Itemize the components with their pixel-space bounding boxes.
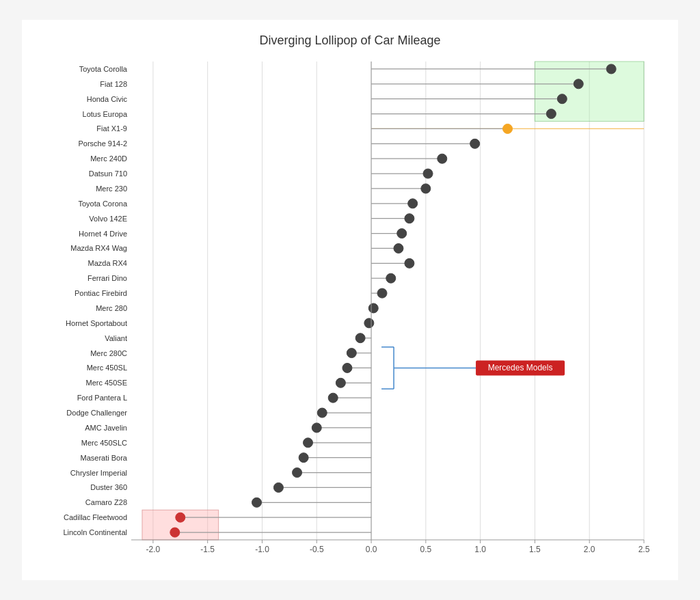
svg-point-53 [397,229,407,238]
svg-text:Fiat X1-9: Fiat X1-9 [96,124,127,133]
svg-point-38 [438,154,447,163]
svg-text:AMC Javelin: AMC Javelin [85,424,127,432]
svg-text:2.0: 2.0 [584,545,595,554]
svg-point-104 [273,482,283,492]
svg-point-80 [342,363,352,372]
svg-point-50 [405,214,414,223]
svg-text:Toyota Corona: Toyota Corona [78,200,127,208]
svg-text:Merc 240D: Merc 240D [90,154,127,163]
svg-point-74 [355,333,365,343]
svg-text:Volvo 142E: Volvo 142E [89,215,127,223]
svg-text:-1.0: -1.0 [255,545,269,554]
svg-point-89 [317,408,327,418]
svg-text:Hornet Sportabout: Hornet Sportabout [66,319,127,327]
svg-text:Toyota Corolla: Toyota Corolla [79,65,128,73]
svg-point-41 [423,169,433,178]
svg-text:Mazda RX4 Wag: Mazda RX4 Wag [70,244,127,252]
svg-point-62 [386,273,396,283]
svg-text:Maserati Bora: Maserati Bora [81,454,128,462]
svg-point-95 [304,438,313,448]
svg-text:2.5: 2.5 [638,545,650,554]
svg-text:Ford Pantera L: Ford Pantera L [77,394,127,402]
svg-text:Honda Civic: Honda Civic [87,95,128,103]
svg-text:-2.0: -2.0 [146,545,161,554]
svg-text:Dodge Challenger: Dodge Challenger [66,409,127,417]
svg-text:Lotus Europa: Lotus Europa [83,110,128,118]
svg-point-83 [336,378,345,387]
svg-point-101 [293,468,302,478]
svg-point-56 [394,243,403,253]
svg-point-68 [368,303,378,313]
chart-title: Diverging Lollipop of Car Mileage [36,33,664,48]
svg-text:0.5: 0.5 [420,545,432,554]
svg-point-107 [252,497,262,507]
svg-point-32 [503,124,513,133]
svg-text:Hornet 4 Drive: Hornet 4 Drive [79,230,127,238]
chart-container: Diverging Lollipop of Car Mileage Merced… [22,20,678,580]
svg-text:Merc 280C: Merc 280C [90,349,127,357]
svg-point-113 [170,528,180,537]
svg-text:1.5: 1.5 [529,545,541,554]
svg-text:Datsun 710: Datsun 710 [89,169,127,178]
svg-point-110 [176,513,185,522]
svg-text:Camaro Z28: Camaro Z28 [85,498,127,506]
svg-point-77 [347,349,356,358]
svg-text:Chrysler Imperial: Chrysler Imperial [70,469,127,477]
svg-text:0.0: 0.0 [366,545,377,554]
chart-area: Mercedes ModelsToyota CorollaFiat 128Hon… [36,55,664,574]
svg-point-71 [364,318,374,328]
svg-point-26 [557,94,567,104]
svg-text:Merc 450SE: Merc 450SE [85,379,127,387]
svg-point-29 [546,109,556,119]
svg-text:-0.5: -0.5 [310,545,324,554]
svg-text:-1.5: -1.5 [200,545,215,554]
svg-point-86 [328,393,338,403]
svg-text:Merc 280: Merc 280 [96,304,127,312]
svg-text:Lincoln Continental: Lincoln Continental [63,528,127,536]
svg-point-59 [405,258,414,268]
svg-text:Pontiac Firebird: Pontiac Firebird [75,289,127,297]
svg-point-92 [312,423,321,433]
svg-text:Merc 230: Merc 230 [96,185,127,193]
svg-text:Porsche 914-2: Porsche 914-2 [78,139,127,148]
svg-text:Mercedes Models: Mercedes Models [488,363,553,372]
svg-text:Cadillac Fleetwood: Cadillac Fleetwood [64,513,127,521]
svg-point-47 [408,199,418,208]
svg-point-23 [574,79,583,89]
svg-text:Valiant: Valiant [105,334,127,342]
svg-text:1.0: 1.0 [474,545,486,554]
svg-text:Ferrari Dino: Ferrari Dino [88,274,127,282]
chart-svg: Mercedes ModelsToyota CorollaFiat 128Hon… [36,55,664,574]
svg-point-98 [299,453,308,463]
svg-point-35 [470,139,480,148]
svg-text:Merc 450SL: Merc 450SL [87,364,127,372]
svg-point-44 [421,184,431,193]
svg-point-20 [606,64,616,74]
svg-text:Merc 450SLC: Merc 450SLC [81,439,127,447]
svg-text:Mazda RX4: Mazda RX4 [88,259,127,267]
svg-point-65 [377,288,387,298]
svg-text:Duster 360: Duster 360 [90,483,127,491]
svg-text:Fiat 128: Fiat 128 [100,80,127,88]
